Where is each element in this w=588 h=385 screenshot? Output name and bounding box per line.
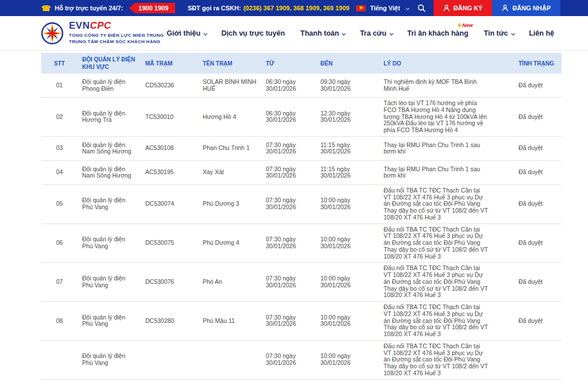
nav-gioi-thieu[interactable]: Giới thiệu [167, 29, 206, 37]
cell-from: 07:30 ngày 30/01/2026 [261, 236, 316, 250]
cell-station-code: AC530108 [141, 145, 198, 152]
logo-name: EVNCPC [69, 21, 164, 31]
topbar: ☎ Hỗ trợ trực tuyến 24/7: 1900 1909 SĐT … [0, 0, 588, 16]
cell-to: 10:00 ngày 30/01/2026 [316, 275, 376, 289]
cell-to: 10:00 ngày 30/01/2026 [316, 353, 376, 367]
cell-dept: Đội quản lý điện Nam Sông Hương [78, 166, 141, 180]
cell-stt: 02 [41, 114, 78, 121]
col-header-tu: Từ [261, 57, 316, 70]
table-header-row: STT Đội quản lý điện khu vực Mã trạm Tên… [41, 53, 562, 74]
nav-lien-he[interactable]: Liên hệ [529, 29, 554, 37]
table-row: 01 Đội quản lý điện Phong Điền CD530236 … [41, 74, 562, 98]
cell-dept: Đội quản lý điện Phú Vang [78, 197, 141, 211]
cell-status: Đã duyệt [514, 114, 562, 121]
cell-station-code: CD530236 [141, 82, 198, 89]
cell-reason: Thay lại RMU Phan Chu Trinh 1 sau bơm kh… [376, 142, 514, 156]
nav-thanh-toan[interactable]: Thanh toán [300, 29, 345, 37]
evn-logo-icon [40, 21, 64, 45]
nav-tri-an-khach-hang[interactable]: Tri ân khách hàng New [407, 29, 468, 37]
register-label: ĐĂNG KÝ [454, 5, 483, 11]
language-selector[interactable]: Tiếng Việt [370, 5, 408, 11]
cell-dept: Đội quản lý điện Phú Vang [78, 353, 141, 367]
cell-station-name: Xay Xát [198, 169, 261, 176]
cell-from: 07:30 ngày 30/01/2026 [261, 166, 316, 180]
col-header-doi-quan-ly: Đội quản lý điện khu vực [78, 53, 141, 73]
col-header-ly-do: Lý do [376, 57, 514, 70]
cell-station-code: AC530195 [141, 169, 198, 176]
chevron-down-icon [389, 32, 393, 35]
cell-dept: Đội quản lý điện Hương Trà [78, 110, 141, 124]
table-row: Đội quản lý điện Phú Vang 07:30 ngày 30/… [41, 341, 562, 380]
cell-station-name: Phú Dương 3 [198, 201, 261, 207]
phone-icon: ☎ [41, 4, 51, 13]
search-button[interactable] [417, 4, 425, 12]
cell-stt: 05 [41, 201, 78, 207]
header: EVNCPC TỔNG CÔNG TY ĐIỆN LỰC MIỀN TRUNG … [0, 16, 588, 51]
cell-reason: Đấu nối TBA TC TĐC Thạch Căn tại VT 108/… [376, 265, 514, 299]
nav-tin-tuc[interactable]: Tin tức [484, 29, 514, 37]
person-icon [502, 5, 508, 11]
cell-reason: Đấu nối TBA TC TĐC Thạch Căn tại VT 108/… [376, 304, 514, 338]
table-row: 08 Đội quản lý điện Phú Vang DC530280 Ph… [41, 302, 562, 341]
col-header-tinh-trang: Tình trạng [514, 57, 562, 70]
nav-dich-vu-truc-tuyen[interactable]: Dịch vụ trực tuyến [222, 29, 285, 37]
search-icon [417, 4, 425, 12]
cell-stt: 06 [41, 240, 78, 247]
table-row: 03 Đội quản lý điện Nam Sông Hương AC530… [41, 137, 562, 161]
cell-reason: Thí nghiệm định kỳ MOF TBA Bình Minh Huế [376, 79, 514, 93]
cell-from: 07:30 ngày 30/01/2026 [261, 142, 316, 156]
cell-to: 11:15 ngày 30/01/2026 [316, 166, 376, 180]
cell-to: 12:30 ngày 30/01/2026 [316, 110, 376, 124]
cell-station-code: DC530280 [141, 318, 198, 325]
cell-status: Đã duyệt [514, 201, 562, 207]
col-header-den: Đến [316, 57, 376, 70]
cell-station-name: Phú Dương 4 [198, 240, 261, 247]
nav-tra-cuu[interactable]: Tra cứu [360, 29, 392, 37]
table-row: 04 Đội quản lý điện Nam Sông Hương AC530… [41, 161, 562, 185]
cell-station-name: Phò An [198, 279, 261, 286]
col-header-stt: STT [41, 57, 78, 70]
chevron-down-icon [511, 32, 514, 35]
cell-from: 07:30 ngày 30/01/2026 [261, 353, 316, 367]
cell-station-code: TC530010 [141, 114, 198, 121]
cell-from: 06:30 ngày 30/01/2026 [261, 79, 316, 93]
cell-station-code: DC530075 [141, 240, 198, 247]
cell-from: 07:30 ngày 30/01/2026 [261, 275, 316, 289]
cell-from: 07:30 ngày 30/01/2026 [261, 197, 316, 211]
cell-dept: Đội quản lý điện Nam Sông Hương [78, 142, 141, 156]
table-row: 06 Đội quản lý điện Phú Vang DC530075 Ph… [41, 224, 562, 263]
hotline-badge[interactable]: 1900 1909 [129, 3, 175, 13]
cell-reason: Đấu nối TBA TC TĐC Thạch Căn tại VT 108/… [376, 226, 514, 260]
cell-station-name: Phú Mậu 11 [198, 318, 261, 325]
cell-to: 09:30 ngày 30/01/2026 [316, 79, 376, 93]
col-header-ma-tram: Mã trạm [141, 57, 198, 70]
new-badge: New [458, 22, 473, 28]
cell-stt: 08 [41, 318, 78, 325]
company-name: TỔNG CÔNG TY ĐIỆN LỰC MIỀN TRUNG TRUNG T… [69, 32, 164, 45]
cell-to: 10:00 ngày 30/01/2026 [316, 197, 376, 211]
col-header-ten-tram: Tên trạm [198, 57, 261, 70]
evncpc-logo[interactable]: EVNCPC TỔNG CÔNG TY ĐIỆN LỰC MIỀN TRUNG … [40, 21, 164, 45]
cell-from: 06:30 ngày 30/01/2026 [261, 110, 316, 124]
cell-reason: Đấu nối TBA TC TĐC Thạch Căn tại VT 108/… [376, 343, 514, 377]
register-button[interactable]: ĐĂNG KÝ [434, 0, 493, 16]
cell-status: Đã duyệt [514, 240, 562, 247]
cell-status: Đã duyệt [514, 145, 562, 152]
table-row: 07 Đội quản lý điện Phú Vang DC530076 Ph… [41, 263, 562, 302]
login-button[interactable]: ĐĂNG NHẬP [492, 0, 560, 16]
cell-dept: Đội quản lý điện Phú Vang [78, 275, 141, 289]
chevron-down-icon [405, 6, 409, 10]
person-icon [443, 5, 450, 11]
table-row: 02 Đội quản lý điện Hương Trà TC530010 H… [41, 98, 562, 137]
cell-station-name: Hương Hồ 4 [198, 114, 261, 121]
cell-stt: 03 [41, 145, 78, 152]
login-label: ĐĂNG NHẬP [512, 5, 551, 11]
outage-table: STT Đội quản lý điện khu vực Mã trạm Tên… [41, 53, 562, 380]
cell-dept: Đội quản lý điện Phong Điền [78, 79, 141, 93]
table-body: 01 Đội quản lý điện Phong Điền CD530236 … [41, 74, 562, 380]
cell-station-code: DC530074 [141, 201, 198, 207]
chevron-down-icon [204, 32, 207, 35]
flash-icon [458, 22, 462, 28]
cell-status: Đã duyệt [514, 169, 562, 176]
cell-stt: 07 [41, 279, 78, 286]
